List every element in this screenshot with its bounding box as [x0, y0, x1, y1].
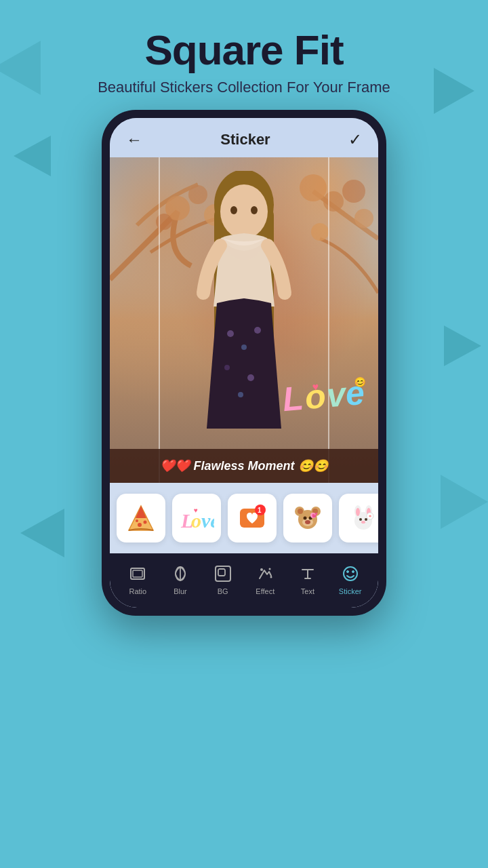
- svg-point-67: [270, 576, 272, 578]
- sticker-heart-badge[interactable]: 1: [228, 494, 277, 542]
- app-subtitle: Beautiful Stickers Collection For Your F…: [0, 79, 488, 96]
- svg-point-20: [247, 374, 254, 381]
- svg-text:ve: ve: [201, 509, 214, 532]
- svg-point-56: [359, 518, 362, 521]
- svg-point-8: [354, 209, 373, 228]
- svg-text:💕: 💕: [312, 512, 318, 518]
- svg-text:L: L: [281, 379, 305, 418]
- bg-triangle-2: [14, 136, 51, 176]
- svg-point-16: [227, 330, 234, 337]
- svg-point-58: [361, 521, 365, 524]
- toolbar-ratio[interactable]: Ratio: [119, 563, 157, 595]
- svg-point-21: [238, 392, 243, 397]
- photo-frame: L o v e ♥ 😊 ❤️❤️ Flawless Moment 😊😊: [110, 157, 378, 483]
- bg-triangle-3: [20, 509, 64, 557]
- svg-point-66: [269, 568, 271, 570]
- svg-point-32: [136, 519, 138, 522]
- svg-text:😊: 😊: [354, 376, 367, 389]
- text-icon: [297, 563, 319, 585]
- bg-triangle-4: [434, 68, 474, 114]
- svg-point-65: [260, 568, 263, 571]
- svg-rect-61: [133, 570, 142, 577]
- bg-triangle-6: [441, 475, 488, 529]
- caption-text: ❤️❤️ Flawless Moment 😊😊: [160, 459, 327, 473]
- toolbar-bg[interactable]: BG: [204, 563, 242, 595]
- effect-label: Effect: [256, 587, 274, 595]
- svg-point-57: [365, 518, 367, 521]
- svg-text:♥: ♥: [312, 381, 319, 393]
- svg-point-17: [241, 344, 247, 350]
- svg-rect-64: [218, 569, 225, 576]
- svg-point-48: [305, 520, 310, 524]
- svg-point-43: [298, 509, 303, 514]
- svg-point-13: [220, 184, 268, 239]
- sticker-bear[interactable]: 💕: [283, 494, 332, 542]
- svg-point-68: [344, 567, 357, 580]
- love-sticker-svg: L o v e ♥ 😊: [277, 372, 369, 420]
- bg-icon: [212, 563, 234, 585]
- toolbar-effect[interactable]: Effect: [246, 563, 284, 595]
- svg-point-5: [323, 191, 344, 212]
- svg-point-30: [138, 523, 142, 527]
- phone-mockup: ← Sticker ✓: [102, 110, 386, 616]
- blur-label: Blur: [174, 587, 187, 595]
- bg-label: BG: [218, 587, 228, 595]
- svg-text:♥: ♥: [194, 507, 198, 514]
- confirm-button[interactable]: ✓: [348, 130, 362, 149]
- sticker-label: Sticker: [339, 587, 362, 595]
- svg-point-14: [230, 206, 237, 214]
- svg-point-70: [352, 571, 354, 573]
- svg-point-18: [254, 327, 261, 334]
- svg-point-15: [251, 206, 258, 214]
- ratio-icon: [127, 563, 148, 585]
- text-label: Text: [301, 587, 314, 595]
- bg-triangle-1: [0, 41, 41, 95]
- sticker-love-text[interactable]: L o ve ♥: [172, 494, 221, 542]
- love-sticker[interactable]: L o v e ♥ 😊: [277, 372, 369, 422]
- toolbar-text[interactable]: Text: [289, 563, 327, 595]
- sticker-icon: [340, 563, 361, 585]
- svg-point-31: [144, 521, 147, 524]
- header-section: Square Fit Beautiful Stickers Collection…: [0, 0, 488, 110]
- toolbar-sticker[interactable]: Sticker: [331, 563, 369, 595]
- svg-marker-29: [136, 506, 146, 518]
- sticker-cat[interactable]: [339, 494, 378, 542]
- toolbar-blur[interactable]: Blur: [161, 563, 199, 595]
- back-button[interactable]: ←: [126, 130, 142, 149]
- svg-point-19: [224, 365, 230, 370]
- sticker-pizza[interactable]: [117, 494, 165, 542]
- phone-screen: ← Sticker ✓: [110, 118, 378, 608]
- svg-point-69: [346, 571, 348, 573]
- app-header: ← Sticker ✓: [110, 118, 378, 157]
- app-title: Square Fit: [0, 27, 488, 73]
- bg-triangle-5: [444, 326, 481, 366]
- effect-icon: [254, 563, 276, 585]
- sticker-panel: L o ve ♥ 1: [110, 483, 378, 553]
- divider-left: [159, 157, 160, 483]
- divider-right: [328, 157, 329, 483]
- svg-point-54: [356, 508, 360, 516]
- screen-title: Sticker: [220, 131, 270, 149]
- caption-bar: ❤️❤️ Flawless Moment 😊😊: [110, 449, 378, 483]
- bottom-toolbar: Ratio Blur: [110, 553, 378, 608]
- svg-text:1: 1: [258, 507, 262, 514]
- svg-point-7: [342, 180, 365, 203]
- svg-point-46: [304, 517, 307, 520]
- ratio-label: Ratio: [129, 587, 146, 595]
- blur-icon: [169, 563, 191, 585]
